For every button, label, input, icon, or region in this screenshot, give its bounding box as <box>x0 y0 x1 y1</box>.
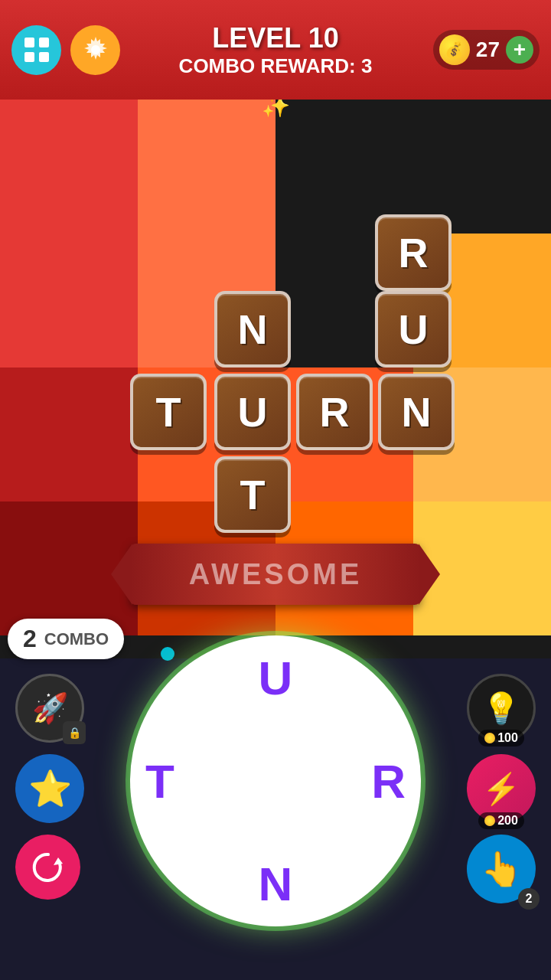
teal-dot-decoration <box>161 647 174 661</box>
combo-badge: 2 COMBO <box>8 619 124 659</box>
left-action-buttons: 🚀 🔒 ⭐ <box>15 674 84 900</box>
refresh-button[interactable] <box>15 835 80 900</box>
refresh-icon <box>29 848 67 887</box>
lightbulb-icon: 💡 <box>482 691 520 727</box>
letter-tile-u-upper: U <box>375 291 452 368</box>
awesome-banner: AWESOME <box>130 544 421 605</box>
coin-count: 27 <box>476 38 500 62</box>
letter-tile-n-upper: N <box>214 291 291 368</box>
game-header: LEVEL 10 COMBO REWARD: 3 💰 27 + <box>0 0 551 100</box>
spinner-letter-n: N <box>259 857 293 911</box>
lightning-cost-badge: 200 <box>478 812 524 829</box>
coin-display: 💰 27 + <box>433 30 540 70</box>
letter-tile-r-center: R <box>296 374 373 450</box>
star-button[interactable]: ⭐ <box>15 754 84 823</box>
lightning-button[interactable]: ⚡ 200 <box>467 754 536 823</box>
letter-tile-t-bottom: T <box>214 456 291 533</box>
svg-rect-1 <box>39 38 49 47</box>
lightbulb-button[interactable]: 💡 100 <box>467 674 536 743</box>
lightbulb-cost-value: 100 <box>497 731 518 745</box>
grid-button[interactable] <box>11 25 61 75</box>
combo-label: COMBO <box>44 629 109 649</box>
hint-button[interactable]: 👆 2 <box>467 835 536 903</box>
lightning-cost-coin-icon <box>484 815 495 826</box>
settings-button[interactable] <box>70 25 120 75</box>
hand-icon: 👆 <box>481 849 523 889</box>
letter-tile-r-top: R <box>375 214 452 291</box>
svg-rect-0 <box>24 38 34 47</box>
spinner-letter-t: T <box>145 754 174 808</box>
letter-tile-u-center: U <box>214 374 291 450</box>
svg-rect-3 <box>39 52 49 62</box>
combo-count: 2 <box>23 625 37 653</box>
header-center: LEVEL 10 COMBO REWARD: 3 <box>179 22 373 78</box>
hint-count-badge: 2 <box>518 888 540 910</box>
svg-rect-2 <box>24 52 34 62</box>
level-title: LEVEL 10 <box>179 22 373 54</box>
add-coins-button[interactable]: + <box>506 36 533 64</box>
lightning-icon: ⚡ <box>482 771 520 807</box>
lightning-cost-value: 200 <box>497 814 518 828</box>
awesome-text: AWESOME <box>189 558 362 591</box>
letter-tile-n-right: N <box>378 374 455 450</box>
spinner-letter-r: R <box>371 754 406 808</box>
lock-badge: 🔒 <box>63 721 86 744</box>
combo-reward-label: COMBO REWARD: 3 <box>179 54 373 78</box>
lightbulb-cost-coin-icon <box>484 733 495 743</box>
coin-icon: 💰 <box>439 34 470 65</box>
rocket-icon: 🚀 <box>32 691 68 725</box>
lightbulb-cost-badge: 100 <box>478 730 524 746</box>
right-action-buttons: 💡 100 ⚡ 200 👆 2 <box>467 674 536 903</box>
header-left-controls <box>11 25 120 75</box>
letter-spinner-circle[interactable]: U T R N <box>130 635 421 926</box>
spinner-letter-u: U <box>259 651 293 705</box>
letter-tile-t-left: T <box>130 374 207 450</box>
rocket-button[interactable]: 🚀 🔒 <box>15 674 84 743</box>
star-icon: ⭐ <box>28 768 72 809</box>
